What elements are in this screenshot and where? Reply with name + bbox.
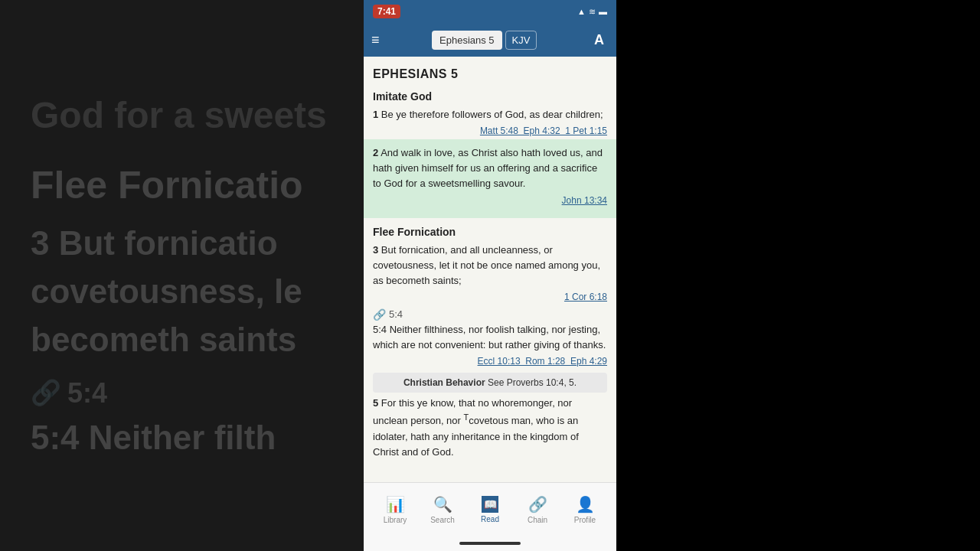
read-icon-bg: 📖: [482, 496, 498, 513]
link-ref: 5:4: [389, 308, 403, 320]
verse-2-refs[interactable]: John 13:34: [373, 195, 607, 206]
status-icons: ▲ ≋ ▬: [577, 7, 607, 17]
verse-2-highlighted: 2 And walk in love, as Christ also hath …: [364, 139, 616, 217]
status-bar: 7:41 ▲ ≋ ▬: [364, 0, 616, 23]
status-time: 7:41: [373, 5, 400, 18]
note-bold: Christian Behavior: [403, 377, 485, 388]
bg-left-text-1: God for a sweets: [31, 93, 345, 139]
note-box: Christian Behavior See Proverbs 10:4, 5.: [373, 373, 607, 393]
bg-left-text-5: becometh saints: [31, 318, 345, 360]
nav-item-chain[interactable]: 🔗 Chain: [514, 495, 561, 524]
verse-5-4-refs[interactable]: Eccl 10:13 Rom 1:28 Eph 4:29: [373, 356, 607, 367]
nav-item-read[interactable]: 📖 Read: [466, 496, 514, 523]
bg-left-text-4: covetousness, le: [31, 270, 345, 312]
top-navigation: ≡ Ephesians 5 KJV A: [364, 23, 616, 57]
phone-frame: 7:41 ▲ ≋ ▬ ≡ Ephesians 5 KJV A EPHESIANS…: [364, 0, 616, 551]
bg-left-text-3: 3 But fornicatio: [31, 222, 345, 264]
nav-item-library[interactable]: 📊 Library: [371, 495, 419, 524]
library-icon: 📊: [386, 495, 405, 514]
nav-item-search[interactable]: 🔍 Search: [419, 495, 466, 524]
main-content[interactable]: EPHESIANS 5 Imitate God 1 Be ye therefor…: [364, 57, 616, 482]
chapter-button[interactable]: Ephesians 5: [432, 31, 502, 50]
verse-5-4-text: 5:4 Neither filthiness, nor foolish talk…: [373, 322, 607, 353]
verse-1-refs[interactable]: Matt 5:48 Eph 4:32 1 Pet 1:15: [373, 126, 607, 136]
bg-left-text-6: 5:4: [67, 376, 107, 410]
signal-icon: ▲: [577, 7, 586, 16]
verse-5-4: 5:4 Neither filthiness, nor foolish talk…: [373, 322, 607, 367]
verse-1: 1 Be ye therefore followers of God, as d…: [373, 107, 607, 136]
nav-buttons: Ephesians 5 KJV: [432, 31, 537, 50]
chain-icon: 🔗: [528, 495, 547, 514]
nav-item-profile[interactable]: 👤 Profile: [561, 495, 609, 524]
verse-2-text: 2 And walk in love, as Christ also hath …: [373, 145, 607, 191]
background-left: God for a sweets Flee Fornicatio 3 But f…: [0, 0, 360, 551]
verse-5-text: 5 For this ye know, that no whoremonger,…: [373, 396, 607, 460]
link-icon: 🔗: [373, 308, 386, 321]
home-bar: [459, 542, 521, 545]
library-label: Library: [384, 516, 407, 524]
verse-5: 5 For this ye know, that no whoremonger,…: [373, 396, 607, 460]
section-heading-1: Imitate God: [373, 90, 607, 103]
font-button[interactable]: A: [590, 31, 609, 50]
profile-icon: 👤: [576, 495, 595, 514]
bg-left-text-7: 5:4 Neither filth: [31, 416, 345, 458]
bottom-navigation: 📊 Library 🔍 Search 📖 Read 🔗 Chain 👤 Prof…: [364, 482, 616, 536]
bg-left-text-2: Flee Fornicatio: [31, 161, 345, 210]
verse-3: 3 But fornication, and all uncleanness, …: [373, 243, 607, 302]
home-indicator: [364, 536, 616, 551]
version-button[interactable]: KJV: [505, 31, 537, 50]
chapter-title: EPHESIANS 5: [373, 67, 607, 81]
search-label: Search: [430, 516, 455, 524]
note-text: See Proverbs 10:4, 5.: [488, 377, 577, 388]
link-marker: 🔗 5:4: [373, 308, 607, 321]
verse-1-text: 1 Be ye therefore followers of God, as d…: [373, 107, 607, 122]
verse-3-refs[interactable]: 1 Cor 6:18: [373, 292, 607, 302]
menu-icon[interactable]: ≡: [371, 32, 380, 48]
chain-label: Chain: [528, 516, 547, 524]
battery-icon: ▬: [599, 7, 607, 16]
search-icon: 🔍: [433, 495, 452, 514]
profile-label: Profile: [574, 516, 596, 524]
wifi-icon: ≋: [589, 7, 596, 17]
verse-3-text: 3 But fornication, and all uncleanness, …: [373, 243, 607, 289]
read-label: Read: [481, 515, 499, 523]
read-icon: 📖: [484, 498, 497, 510]
section-heading-2: Flee Fornication: [373, 226, 607, 238]
